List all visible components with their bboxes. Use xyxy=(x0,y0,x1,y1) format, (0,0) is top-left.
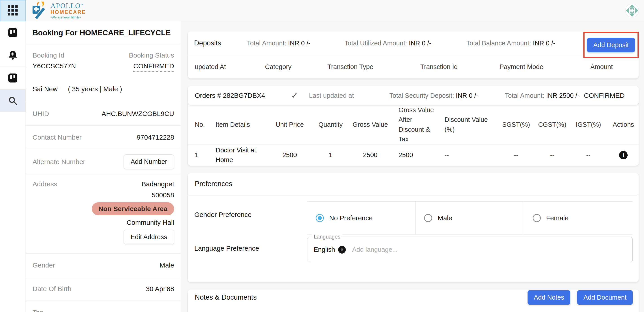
language-chip-label: English xyxy=(314,246,335,253)
add-language-input[interactable] xyxy=(352,246,446,253)
grid-apps-icon[interactable] xyxy=(8,6,18,16)
deposits-total-amount: Total Amount: INR 0 /- xyxy=(240,40,338,47)
item-discount: -- xyxy=(438,150,496,160)
order-number: Orders # 282BG7DBX4 xyxy=(188,92,291,99)
notes-documents-card: Notes & Documents Add Notes Add Document xyxy=(188,289,638,312)
user-avatar[interactable] xyxy=(625,4,639,18)
column-updated-at: updated At xyxy=(188,63,258,71)
total-amount-value: INR 0 /- xyxy=(288,40,310,47)
item-sgst: -- xyxy=(496,150,536,160)
gender-value: Male xyxy=(160,261,174,269)
kanban-board-icon xyxy=(8,28,18,38)
logo-trademark: ™ xyxy=(80,3,84,6)
col-sgst: SGST(%) xyxy=(496,120,536,130)
logo-text: APOLLO™ HOMECARE -We are your family- xyxy=(50,2,86,19)
logo-name: APOLLO™ xyxy=(50,2,86,10)
orders-bar[interactable]: Orders # 282BG7DBX4 ✓ Last updated at To… xyxy=(188,86,638,105)
nav-board-icon-top[interactable] xyxy=(0,21,26,44)
order-last-updated-label: Last updated at xyxy=(304,92,378,99)
remove-language-icon[interactable]: ✕ xyxy=(338,246,346,254)
deposits-total-utilized: Total Utilized Amount: INR 0 /- xyxy=(338,40,460,47)
item-unit-price: 2500 xyxy=(267,150,312,160)
add-document-button[interactable]: Add Document xyxy=(577,290,633,305)
edit-address-button[interactable]: Edit Address xyxy=(124,230,174,244)
languages-legend: Languages xyxy=(312,234,342,240)
uhid-label: UHID xyxy=(32,110,49,117)
search-icon xyxy=(8,96,18,106)
radio-option-no-preference[interactable]: No Preference xyxy=(307,202,416,234)
patient-line: Sai New ( 35 years | Male ) xyxy=(32,85,174,93)
apps-menu-cell[interactable] xyxy=(0,0,26,21)
logo-tagline: -We are your family- xyxy=(50,16,86,19)
booking-status-value[interactable]: CONFIRMED xyxy=(133,62,174,72)
gender-preference-row: Gender Preference No Preference Male Fem… xyxy=(188,201,638,235)
tag-label: Tag xyxy=(32,309,43,312)
deposits-total-balance: Total Balance Amount: INR 0 /- xyxy=(460,40,584,47)
col-cgst: CGST(%) xyxy=(536,120,568,130)
deposits-title: Deposits xyxy=(188,39,240,47)
booking-details-panel: Booking For HOMECARE_LIFECYCLE Booking I… xyxy=(26,21,181,312)
info-icon[interactable]: i xyxy=(619,151,628,159)
kanban-board-icon xyxy=(8,73,18,83)
radio-option-female[interactable]: Female xyxy=(524,202,632,234)
language-chip-english: English ✕ xyxy=(314,246,346,254)
col-gross-value: Gross Value xyxy=(349,120,392,130)
notes-header-row: Notes & Documents Add Notes Add Document xyxy=(188,289,638,305)
address-value-stack: Badangpet 500058 Non Serviceable Area Co… xyxy=(92,180,174,244)
topbar: APOLLO™ HOMECARE -We are your family- xyxy=(26,0,644,21)
dob-value: 30 Apr'88 xyxy=(146,285,174,293)
col-quantity: Quantity xyxy=(312,120,349,130)
language-preference-row: Language Preference Languages English ✕ xyxy=(188,237,638,262)
items-table-header: No. Item Details Unit Price Quantity Gro… xyxy=(188,105,638,144)
booking-title: Booking For HOMECARE_LIFECYCLE xyxy=(32,28,171,37)
contact-number-value: 9704712228 xyxy=(137,133,174,141)
item-table-row: 1 Doctor Visit at Home 2500 1 2500 2500 … xyxy=(188,144,638,166)
field-row-contact: Contact Number 9704712228 xyxy=(26,126,181,149)
total-balance-value: INR 0 /- xyxy=(533,40,555,47)
nav-search[interactable] xyxy=(0,89,26,112)
radio-selected-icon[interactable] xyxy=(316,214,324,222)
radio-label-no-preference: No Preference xyxy=(329,214,372,222)
non-serviceable-area-badge: Non Serviceable Area xyxy=(92,202,174,215)
nav-board-icon-bottom[interactable] xyxy=(0,67,26,89)
item-gross-after: 2500 xyxy=(392,150,438,160)
field-row-alternate-number: Alternate Number Add Number xyxy=(26,149,181,175)
order-status: CONFIRMED xyxy=(574,92,638,99)
add-notes-button[interactable]: Add Notes xyxy=(528,290,570,305)
column-transaction-id: Transction Id xyxy=(413,63,492,71)
item-actions-cell: i xyxy=(608,151,638,159)
column-amount: Amount xyxy=(584,63,638,71)
field-row-gender: Gender Male xyxy=(26,254,181,277)
field-row-address: Address Badangpet 500058 Non Serviceable… xyxy=(26,175,181,254)
radio-unselected-icon[interactable] xyxy=(533,214,541,222)
preferences-title: Preferences xyxy=(195,180,232,188)
total-utilized-value: INR 0 /- xyxy=(409,40,431,47)
item-quantity: 1 xyxy=(312,150,349,160)
radio-option-male[interactable]: Male xyxy=(416,202,524,234)
deposits-header: Deposits Total Amount: INR 0 /- Total Ut… xyxy=(188,32,638,55)
total-utilized-label: Total Utilized Amount: xyxy=(344,40,407,47)
item-no: 1 xyxy=(188,150,209,160)
languages-fieldset[interactable]: Languages English ✕ xyxy=(307,237,632,262)
total-balance-label: Total Balance Amount: xyxy=(466,40,531,47)
contact-number-label: Contact Number xyxy=(32,133,82,141)
red-annotation-box: Add Deposit xyxy=(584,32,638,58)
radio-label-male: Male xyxy=(438,214,452,222)
uhid-value: AHC.BUNWZCGBL9CU xyxy=(102,110,174,117)
order-total-label: Total Amount: xyxy=(505,92,544,99)
add-number-button[interactable]: Add Number xyxy=(124,154,174,169)
radio-unselected-icon[interactable] xyxy=(424,214,432,222)
field-row-dob: Date Of Birth 30 Apr'88 xyxy=(26,277,181,301)
gender-preference-options: No Preference Male Female xyxy=(307,201,632,235)
order-check-icon: ✓ xyxy=(291,91,304,100)
nav-notifications[interactable] xyxy=(0,44,26,67)
item-igst: -- xyxy=(568,150,608,160)
column-category: Category xyxy=(258,63,320,71)
dob-label: Date Of Birth xyxy=(32,285,71,293)
col-discount: Discount Value (%) xyxy=(438,115,496,134)
address-pincode: 500058 xyxy=(152,191,174,199)
booking-title-row: Booking For HOMECARE_LIFECYCLE xyxy=(26,21,181,44)
apollo-homecare-logo[interactable]: APOLLO™ HOMECARE -We are your family- xyxy=(32,1,86,20)
item-name: Doctor Visit at Home xyxy=(209,145,267,165)
add-deposit-button[interactable]: Add Deposit xyxy=(587,38,635,52)
